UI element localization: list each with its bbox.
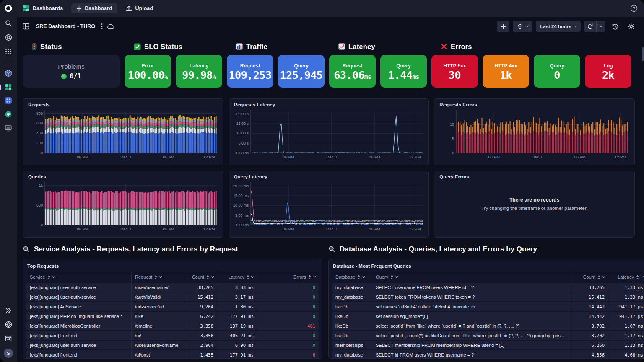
chevron-down-icon[interactable] — [251, 275, 254, 278]
column-header-latency[interactable]: Latency — [608, 272, 644, 282]
cell-latency: 1.33 ms — [608, 283, 644, 292]
cell-service: [eks][unguard] user-auth-service — [26, 283, 131, 292]
column-header-latency[interactable]: Latency — [217, 272, 257, 282]
chevron-down-icon[interactable] — [641, 275, 644, 278]
section-title-service-analysis: Service Analysis - Requests, Latency and… — [23, 244, 322, 254]
svg-text:1k: 1k — [39, 184, 43, 188]
cell-query: set session sql_mode=[L] — [372, 312, 572, 321]
refresh-interval-button[interactable] — [597, 21, 605, 32]
chevron-down-icon[interactable] — [211, 275, 214, 278]
add-panel-button[interactable] — [497, 21, 509, 32]
help-icon[interactable]: ? — [630, 4, 638, 13]
svg-text:06 AM: 06 AM — [369, 155, 380, 159]
cell-request: /user/useridForName — [131, 341, 185, 349]
cell-database: likeDb — [332, 321, 372, 330]
refresh-split-button — [584, 21, 605, 32]
chart-plot: 0.00 ns5.00 ms10.00 ms15.00 ms20.00 ms06… — [233, 181, 425, 232]
column-header-service[interactable]: Service — [26, 272, 131, 282]
chevron-down-icon[interactable] — [52, 275, 55, 278]
dashboard-icon[interactable] — [23, 23, 29, 30]
sidebar-item-hosts-icon[interactable] — [5, 124, 12, 132]
sidebar-item-dashboards-icon[interactable] — [5, 84, 12, 90]
column-header-count[interactable]: Count — [572, 272, 608, 282]
more-menu-icon[interactable] — [101, 23, 103, 30]
chart-title: Requests Errors — [439, 102, 630, 107]
cell-latency: 1.17 ms — [608, 331, 644, 340]
sidebar-item-kubernetes-icon[interactable] — [4, 69, 13, 78]
refresh-button[interactable] — [584, 21, 597, 32]
column-header-count[interactable]: Count — [185, 272, 217, 282]
sort-icon[interactable] — [390, 275, 393, 279]
sort-icon[interactable] — [47, 275, 50, 279]
svg-text:0: 0 — [41, 223, 43, 227]
sort-icon[interactable] — [154, 275, 157, 279]
cell-query: select `postId`, count(*) as likeCount f… — [372, 331, 572, 340]
column-header-errors[interactable]: Errors — [257, 272, 319, 282]
sort-icon[interactable] — [247, 275, 249, 279]
cell-request: /user/username/ — [131, 283, 185, 292]
table-row: [eks][unguard] user-auth-service/user/us… — [26, 341, 319, 349]
cloud-sync-icon[interactable] — [107, 23, 114, 29]
chart-panel-query-latency: Query Latency0.00 ns5.00 ms10.00 ms15.00… — [229, 171, 429, 238]
line-chart-icon — [338, 43, 345, 50]
cell-errors: 0 — [257, 331, 319, 340]
scrollbar-thumb[interactable] — [642, 47, 644, 61]
table-row: membershipsSELECT membership FROM member… — [332, 341, 644, 349]
sort-icon[interactable] — [206, 275, 209, 279]
table-row: [eks][unguard] frontend/ui/post1,455177.… — [26, 350, 319, 359]
metrics-icon[interactable] — [5, 335, 12, 342]
stat-label: HTTP 5xx — [443, 63, 466, 69]
svg-text:Dec 3: Dec 3 — [120, 227, 131, 231]
apps-grid-icon[interactable] — [5, 48, 12, 55]
expand-sidebar-icon[interactable] — [5, 307, 12, 314]
column-header-request[interactable]: Request — [131, 272, 185, 282]
cell-errors: 0 — [257, 292, 319, 301]
stat-value: 99.98% — [182, 70, 216, 80]
user-avatar[interactable]: S — [4, 349, 13, 358]
sort-icon[interactable] — [636, 275, 639, 279]
table-panel-title: Database - Most Frequent Queries — [332, 261, 644, 272]
cell-count: 38,265 — [572, 283, 608, 292]
sidebar-item-apps-icon[interactable] — [5, 97, 12, 104]
help-lifebuoy-icon[interactable] — [5, 321, 13, 328]
status-ok-dot — [61, 74, 67, 79]
nav-upload[interactable]: Upload — [126, 5, 153, 12]
chevron-down-icon[interactable] — [602, 275, 605, 278]
sort-icon[interactable] — [308, 275, 311, 279]
time-range-picker[interactable]: Last 24 hours — [536, 21, 581, 32]
tab-dashboard[interactable]: Dashboard — [71, 3, 117, 13]
stat-slo-error: Error100.00% — [125, 55, 171, 88]
chevron-down-icon[interactable] — [362, 275, 365, 278]
svg-text:200: 200 — [36, 141, 43, 145]
section-header-traffic: Traffic — [236, 42, 325, 51]
variables-button[interactable] — [513, 21, 532, 32]
column-header-database[interactable]: Database — [332, 272, 372, 282]
column-header-query[interactable]: Query — [372, 272, 572, 282]
svg-text:15.00 s: 15.00 s — [236, 122, 249, 126]
stat-latency-request: Request63.06ms — [329, 55, 376, 88]
chevron-down-icon[interactable] — [395, 275, 398, 278]
cell-latency: 1.33 ms — [608, 292, 644, 301]
cell-service: [eks][unguard] user-auth-service — [26, 292, 131, 301]
history-button[interactable] — [609, 21, 621, 32]
svg-text:06 AM: 06 AM — [369, 227, 380, 231]
cell-database: likeDb — [332, 302, 372, 311]
cell-service: [eks][unguard] PHP on unguard-like-servi… — [26, 312, 131, 321]
nav-dashboards[interactable]: Dashboards — [23, 5, 63, 12]
sort-icon[interactable] — [357, 275, 360, 279]
svg-text:12 PM: 12 PM — [203, 155, 215, 159]
chevron-down-icon[interactable] — [159, 275, 162, 278]
cell-database: memberships — [332, 341, 372, 349]
app-logo-icon — [4, 4, 13, 13]
sidebar-item-services-icon[interactable] — [5, 111, 12, 118]
chart-panel-queries: Queries05001k06 PMDec 306 AM12 PM — [23, 171, 223, 238]
settings-button[interactable] — [625, 21, 637, 32]
chevron-down-icon — [600, 24, 602, 27]
search-icon[interactable] — [5, 19, 13, 27]
cell-count: 2,904 — [185, 341, 217, 349]
chevron-down-icon[interactable] — [313, 275, 316, 278]
kpi-section: StatusProblems0/1SLO StatusError100.00%L… — [17, 36, 644, 88]
svg-text:12 PM: 12 PM — [409, 227, 421, 231]
explore-icon[interactable] — [5, 34, 13, 41]
sort-icon[interactable] — [597, 275, 600, 279]
